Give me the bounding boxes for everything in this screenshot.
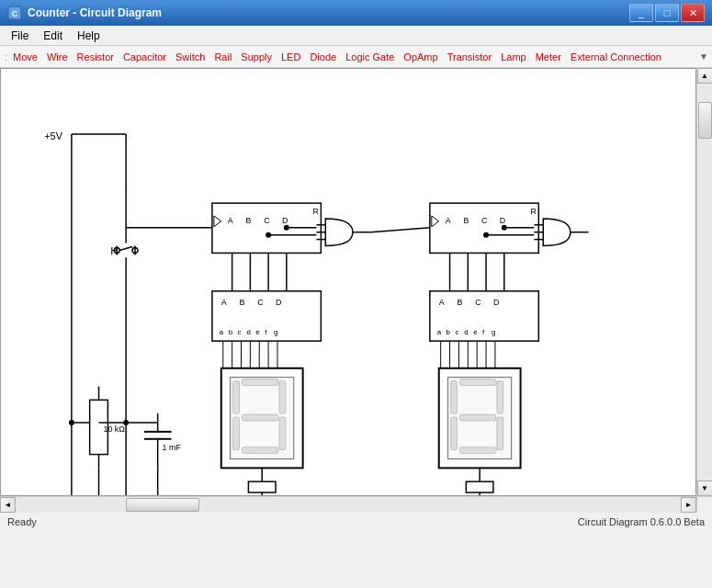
svg-rect-69: [242, 414, 277, 421]
minimize-button[interactable]: _: [629, 4, 653, 22]
menu-help[interactable]: Help: [70, 28, 107, 44]
toolbar: : Move Wire Resistor Capacitor Switch Ra…: [0, 46, 712, 68]
status-text-left: Ready: [7, 516, 578, 527]
svg-point-136: [502, 225, 507, 231]
svg-text:B: B: [245, 216, 251, 225]
tool-move[interactable]: Move: [8, 50, 42, 64]
svg-rect-67: [233, 417, 240, 450]
circuit-diagram-canvas[interactable]: +5V 0V H: [0, 68, 696, 496]
svg-text:C: C: [12, 9, 18, 18]
svg-text:C: C: [475, 298, 481, 307]
svg-point-137: [483, 232, 489, 238]
svg-text:C: C: [481, 216, 488, 225]
scroll-down-button[interactable]: ▼: [697, 481, 713, 496]
circuit-svg: +5V 0V H: [1, 69, 695, 495]
svg-text:b: b: [446, 328, 451, 336]
scroll-track[interactable]: [697, 84, 713, 481]
svg-point-135: [266, 232, 271, 238]
svg-text:R: R: [530, 207, 536, 216]
svg-rect-129: [466, 481, 493, 492]
svg-text:D: D: [500, 216, 505, 225]
svg-text:1 mF: 1 mF: [163, 443, 182, 452]
tool-supply[interactable]: Supply: [236, 50, 277, 64]
scroll-right-button[interactable]: ►: [681, 497, 696, 513]
svg-rect-78: [248, 481, 276, 492]
svg-text:g: g: [274, 328, 277, 336]
scroll-thumb[interactable]: [698, 102, 712, 139]
svg-rect-114: [459, 379, 495, 386]
voltage-high-label: +5V: [44, 130, 62, 141]
svg-text:B: B: [457, 298, 462, 307]
h-scroll-track[interactable]: [16, 497, 681, 513]
maximize-button[interactable]: □: [655, 4, 679, 22]
svg-text:A: A: [439, 298, 445, 307]
tool-diode[interactable]: Diode: [305, 50, 341, 64]
svg-rect-119: [451, 381, 458, 414]
scrollbar-corner: [696, 497, 712, 513]
svg-point-138: [123, 420, 129, 425]
svg-text:A: A: [446, 216, 451, 225]
svg-rect-65: [279, 417, 286, 450]
tool-lamp[interactable]: Lamp: [496, 50, 531, 64]
svg-text:e: e: [255, 328, 260, 336]
scroll-up-button[interactable]: ▲: [697, 68, 713, 84]
svg-text:A: A: [228, 216, 233, 225]
horizontal-scrollbar: ◄ ►: [0, 496, 712, 512]
tool-logic-gate[interactable]: Logic Gate: [341, 50, 399, 64]
svg-text:d: d: [464, 328, 468, 336]
toolbar-overflow[interactable]: ▼: [699, 51, 708, 62]
svg-text:R: R: [312, 207, 318, 216]
svg-text:e: e: [473, 328, 478, 336]
close-button[interactable]: ✕: [681, 4, 705, 22]
tool-resistor[interactable]: Resistor: [73, 50, 119, 64]
tool-switch[interactable]: Switch: [171, 50, 209, 64]
tool-capacitor[interactable]: Capacitor: [119, 50, 171, 64]
svg-point-134: [284, 225, 289, 231]
svg-text:a: a: [437, 328, 442, 336]
svg-rect-63: [242, 379, 277, 386]
svg-text:B: B: [240, 298, 245, 307]
svg-text:B: B: [463, 216, 469, 225]
svg-text:D: D: [276, 298, 281, 307]
scroll-left-button[interactable]: ◄: [0, 497, 16, 513]
tool-transistor[interactable]: Transistor: [443, 50, 497, 64]
menu-edit[interactable]: Edit: [36, 28, 70, 44]
svg-text:c: c: [455, 328, 458, 336]
svg-text:A: A: [221, 298, 227, 307]
svg-rect-66: [242, 447, 277, 454]
svg-rect-116: [497, 417, 503, 450]
status-text-right: Circuit Diagram 0.6.0.0 Beta: [578, 516, 705, 527]
tool-led[interactable]: LED: [277, 50, 305, 64]
vertical-scrollbar: ▲ ▼: [696, 68, 712, 496]
tool-external-connection[interactable]: External Connection: [566, 50, 666, 64]
svg-text:C: C: [264, 216, 270, 225]
status-bar: Ready Circuit Diagram 0.6.0.0 Beta: [0, 512, 712, 530]
svg-rect-68: [233, 381, 240, 414]
svg-text:10 kΩ: 10 kΩ: [103, 424, 125, 434]
svg-text:D: D: [493, 298, 499, 307]
svg-text:b: b: [229, 328, 233, 336]
svg-text:C: C: [257, 298, 264, 307]
svg-text:g: g: [492, 328, 495, 336]
title-bar: C Counter - Circuit Diagram _ □ ✕: [0, 0, 712, 26]
svg-text:D: D: [282, 216, 288, 225]
menu-bar: File Edit Help: [0, 26, 712, 46]
toolbar-separator: :: [5, 51, 7, 62]
svg-text:a: a: [220, 328, 224, 336]
tool-wire[interactable]: Wire: [42, 50, 73, 64]
tool-opamp[interactable]: OpAmp: [399, 50, 442, 64]
menu-file[interactable]: File: [4, 28, 36, 44]
svg-point-139: [69, 420, 74, 425]
tool-meter[interactable]: Meter: [531, 50, 566, 64]
svg-text:H: H: [110, 244, 119, 257]
svg-rect-118: [451, 417, 458, 450]
svg-rect-115: [497, 381, 503, 414]
svg-rect-117: [459, 447, 495, 454]
tool-rail[interactable]: Rail: [209, 50, 236, 64]
svg-text:c: c: [238, 328, 242, 336]
svg-text:d: d: [246, 328, 250, 336]
window-title: Counter - Circuit Diagram: [28, 6, 629, 19]
svg-rect-64: [279, 381, 286, 414]
app-icon: C: [7, 6, 22, 20]
h-scroll-thumb[interactable]: [126, 498, 199, 512]
